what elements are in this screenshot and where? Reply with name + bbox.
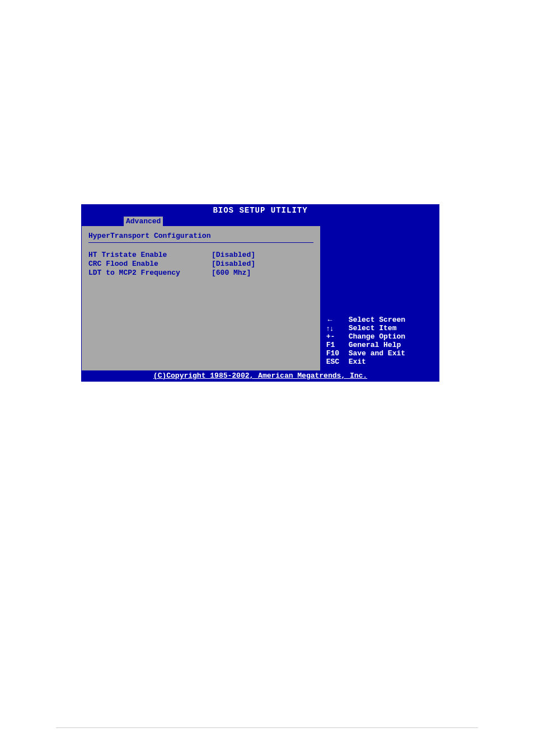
tab-advanced[interactable]: Advanced: [124, 217, 163, 226]
help-save-exit: F10 Save and Exit: [326, 349, 405, 358]
help-desc: Select Screen: [349, 316, 405, 324]
option-label: HT Tristate Enable: [88, 251, 212, 260]
help-exit: ESC Exit: [326, 358, 405, 366]
section-title: HyperTransport Configuration: [88, 232, 313, 243]
help-change-option: +- Change Option: [326, 332, 405, 341]
option-ht-tristate[interactable]: HT Tristate Enable [Disabled]: [88, 251, 313, 260]
copyright-footer: (C)Copyright 1985-2002, American Megatre…: [82, 370, 439, 381]
option-label: LDT to MCP2 Frequency: [88, 269, 212, 278]
main-area: HyperTransport Configuration HT Tristate…: [82, 226, 439, 370]
help-desc: Change Option: [349, 332, 405, 341]
help-key: ESC: [326, 358, 349, 366]
left-arrow-icon: ←: [326, 316, 349, 324]
option-value: [600 Mhz]: [212, 269, 313, 278]
option-crc-flood[interactable]: CRC Flood Enable [Disabled]: [88, 260, 313, 269]
help-desc: Select Item: [349, 324, 405, 332]
help-desc: General Help: [349, 341, 405, 349]
option-label: CRC Flood Enable: [88, 260, 212, 269]
title-bar: BIOS SETUP UTILITY: [82, 205, 439, 216]
option-value: [Disabled]: [212, 251, 313, 260]
option-value: [Disabled]: [212, 260, 313, 269]
help-key: +-: [326, 332, 349, 341]
help-general-help: F1 General Help: [326, 341, 405, 349]
page-divider: [56, 727, 478, 728]
updown-arrow-icon: ↑↓: [326, 324, 349, 332]
help-panel: ← Select Screen ↑↓ Select Item +- Change…: [321, 226, 439, 370]
help-select-screen: ← Select Screen: [326, 316, 405, 324]
option-ldt-frequency[interactable]: LDT to MCP2 Frequency [600 Mhz]: [88, 269, 313, 278]
help-desc: Exit: [349, 358, 405, 366]
help-key: F10: [326, 349, 349, 358]
bios-window: BIOS SETUP UTILITY Advanced HyperTranspo…: [81, 204, 439, 382]
tab-row: Advanced: [82, 216, 439, 226]
help-desc: Save and Exit: [349, 349, 405, 358]
options-panel: HyperTransport Configuration HT Tristate…: [82, 226, 321, 370]
help-list: ← Select Screen ↑↓ Select Item +- Change…: [326, 316, 405, 366]
help-key: F1: [326, 341, 349, 349]
help-select-item: ↑↓ Select Item: [326, 324, 405, 332]
